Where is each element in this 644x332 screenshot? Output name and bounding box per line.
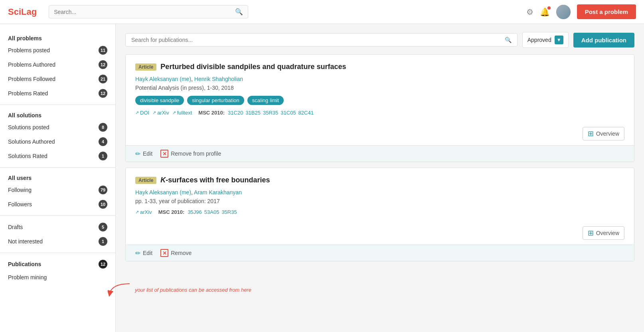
pub-1-msc-35r35[interactable]: 35R35 (263, 110, 278, 116)
annotation-text: your list of publications can be accesse… (135, 287, 251, 293)
pub-1-overview-label: Overview (596, 130, 619, 137)
pub-2-journal: pp. 1-33, year of publication: 2017 (135, 198, 624, 204)
pub-1-remove-button[interactable]: ✕ Remove from profile (160, 150, 221, 158)
sidebar-item-drafts[interactable]: Drafts 5 (0, 220, 115, 234)
publication-card-1: Article Perturbed divisible sandpiles an… (125, 54, 634, 162)
notification-bell[interactable]: 🔔 (540, 7, 550, 17)
pub-1-msc-82c41[interactable]: 82C41 (298, 110, 314, 116)
sidebar-item-not-interested[interactable]: Not interested 1 (0, 234, 115, 249)
pub-2-edit-button[interactable]: ✏ Edit (135, 249, 152, 257)
pub-2-msc-35r35[interactable]: 35R35 (221, 209, 237, 215)
pub-2-msc-35j96[interactable]: 35J96 (188, 209, 201, 215)
avatar[interactable] (556, 5, 571, 19)
overview-plus-icon: ⊞ (588, 129, 594, 138)
sidebar-badge-problems-followed: 21 (99, 75, 107, 83)
sidebar-item-problem-mining[interactable]: Problem mining (0, 271, 115, 283)
pub-1-author-2[interactable]: Henrik Shahgholian (194, 76, 243, 82)
nav-right: ⚙ 🔔 Post a problem (526, 4, 636, 19)
pub-1-tags: divisible sandpile singular perturbation… (135, 96, 624, 105)
filter-dropdown-arrow: ▼ (555, 36, 563, 44)
sidebar-badge-followers: 10 (99, 200, 107, 209)
sidebar-all-users[interactable]: All users (0, 172, 115, 183)
pub-1-author-1[interactable]: Hayk Aleksanyan (me) (135, 76, 191, 82)
sidebar-all-problems[interactable]: All problems (0, 32, 115, 43)
pub-1-tag-3: scaling limit (247, 96, 284, 105)
sidebar-item-problems-posted[interactable]: Problems posted 11 (0, 43, 115, 57)
pub-1-msc-31c20[interactable]: 31C20 (228, 110, 243, 116)
annotation-arrow: your list of publications can be accesse… (108, 282, 251, 298)
pub-1-actions: ✏ Edit ✕ Remove from profile (126, 145, 634, 162)
sidebar-item-solutions-rated[interactable]: Solutions Rated 1 (0, 149, 115, 163)
search-icon: 🔍 (235, 8, 243, 16)
add-publication-button[interactable]: Add publication (573, 33, 634, 47)
avatar-image (556, 5, 571, 19)
sidebar-item-following[interactable]: Following 79 (0, 183, 115, 197)
sidebar-item-problems-followed[interactable]: Problems Followed 21 (0, 72, 115, 86)
sidebar-badge-following: 79 (99, 186, 107, 194)
sidebar-badge-solutions-authored: 4 (99, 137, 107, 146)
sidebar-label-solutions-authored: Solutions Authored (8, 138, 99, 145)
pub-2-author-2[interactable]: Aram Karakhanyan (194, 189, 242, 196)
filter-dropdown[interactable]: Approved ▼ (522, 32, 569, 48)
remove-icon-2: ✕ (160, 249, 168, 257)
pub-2-author-1[interactable]: Hayk Aleksanyan (me) (135, 189, 191, 196)
pub-1-title-row: Article Perturbed divisible sandpiles an… (135, 63, 624, 71)
sidebar-item-followers[interactable]: Followers 10 (0, 197, 115, 211)
annotation-arrow-svg (108, 282, 132, 298)
sidebar-item-publications[interactable]: Publications 12 (0, 257, 115, 271)
sidebar-divider-2 (0, 167, 115, 168)
pub-2-title-row: Article K-surfaces with free boundaries (135, 176, 624, 184)
sidebar-label-solutions-posted: Solutions posted (8, 124, 99, 130)
pub-1-overview-row: ⊞ Overview (126, 124, 634, 145)
sidebar-item-solutions-authored[interactable]: Solutions Authored 4 (0, 134, 115, 149)
sidebar-badge-not-interested: 1 (99, 237, 107, 246)
edit-icon: ✏ (135, 150, 140, 158)
pub-1-journal: Potential Analysis (in press), 1-30, 201… (135, 85, 624, 91)
pub-1-overview-button[interactable]: ⊞ Overview (583, 127, 624, 140)
logo-sci: Sci (8, 7, 21, 17)
sidebar-item-solutions-posted[interactable]: Solutions posted 8 (0, 120, 115, 134)
sidebar-problems-section: All problems Problems posted 11 Problems… (0, 32, 115, 101)
pub-2-overview-row: ⊞ Overview (126, 223, 634, 245)
pub-2-link-arxiv[interactable]: ↗arXiv (135, 209, 152, 215)
pub-2-actions: ✏ Edit ✕ Remove (126, 245, 634, 261)
sidebar-all-solutions[interactable]: All solutions (0, 109, 115, 120)
pub-1-remove-label: Remove from profile (171, 150, 221, 157)
filter-label: Approved (527, 37, 551, 43)
sidebar-label-problem-mining: Problem mining (8, 274, 107, 281)
pub-1-link-doi[interactable]: ↗DOI (135, 110, 149, 116)
global-search-bar[interactable]: 🔍 (49, 5, 248, 18)
sidebar-label-problems-posted: Problems posted (8, 47, 99, 53)
pub-1-msc-31b25[interactable]: 31B25 (245, 110, 261, 116)
notification-dot (547, 6, 551, 10)
overview-plus-icon-2: ⊞ (588, 229, 594, 237)
sidebar-item-problems-rated[interactable]: Problems Rated 12 (0, 86, 115, 101)
pub-2-remove-label: Remove (171, 250, 192, 256)
pub-1-link-fulltext[interactable]: ↗fulltext (172, 110, 192, 116)
pub-1-link-arxiv[interactable]: ↗arXiv (152, 110, 169, 116)
publications-search-bar[interactable]: 🔍 (125, 33, 518, 47)
gear-icon[interactable]: ⚙ (526, 7, 533, 17)
global-search-input[interactable] (54, 9, 235, 15)
pub-2-type-badge: Article (135, 177, 156, 184)
pub-2-title-k-italic: K (160, 176, 166, 184)
pub-1-tag-2: singular perturbation (187, 96, 244, 105)
publication-card-2-body: Article K-surfaces with free boundaries … (126, 168, 634, 223)
sidebar-badge-drafts: 5 (99, 223, 107, 231)
pub-1-tag-1: divisible sandpile (135, 96, 184, 105)
post-problem-button[interactable]: Post a problem (577, 4, 636, 19)
pub-1-msc-31c05[interactable]: 31C05 (281, 110, 296, 116)
pub-2-remove-button[interactable]: ✕ Remove (160, 249, 192, 257)
sidebar-badge-solutions-posted: 8 (99, 123, 107, 132)
pub-2-msc-53a05[interactable]: 53A05 (204, 209, 219, 215)
pub-1-edit-button[interactable]: ✏ Edit (135, 150, 152, 158)
pub-1-link-doi-ext-icon: ↗ (135, 110, 139, 115)
publications-search-input[interactable] (131, 37, 505, 43)
sidebar-label-problems-rated: Problems Rated (8, 90, 99, 97)
publication-card-2: Article K-surfaces with free boundaries … (125, 168, 634, 261)
page-layout: All problems Problems posted 11 Problems… (0, 24, 644, 332)
sidebar-item-problems-authored[interactable]: Problems Authored 12 (0, 57, 115, 72)
sidebar-badge-problems-rated: 12 (99, 89, 107, 98)
pub-2-overview-button[interactable]: ⊞ Overview (583, 226, 624, 240)
sidebar: All problems Problems posted 11 Problems… (0, 24, 116, 332)
